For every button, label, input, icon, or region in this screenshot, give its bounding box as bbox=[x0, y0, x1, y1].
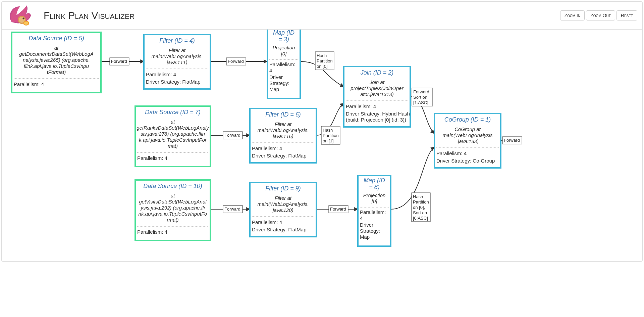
svg-text:ator.java:1313): ator.java:1313) bbox=[360, 91, 394, 97]
svg-text:main(WebLogAnalysis.: main(WebLogAnalysis. bbox=[257, 201, 309, 207]
svg-text:ysis.java:292) (org.apache.fli: ysis.java:292) (org.apache.fli bbox=[141, 205, 205, 211]
svg-text:Map (ID: Map (ID bbox=[273, 30, 294, 36]
svg-text:CoGroup (ID = 1): CoGroup (ID = 1) bbox=[444, 116, 491, 123]
svg-text:Forward: Forward bbox=[228, 59, 244, 64]
svg-text:Forward,: Forward, bbox=[413, 89, 430, 94]
node-join-2[interactable]: Join (ID = 2) Join at projectTupleX(Join… bbox=[344, 66, 410, 127]
svg-text:k.api.java.io.TupleCsvInputFor: k.api.java.io.TupleCsvInputFor bbox=[139, 137, 207, 143]
svg-text:Parallelism: 4: Parallelism: 4 bbox=[137, 155, 167, 161]
svg-text:java:111): java:111) bbox=[166, 59, 187, 65]
node-filter-4[interactable]: Filter (ID = 4) Filter at main(WebLogAna… bbox=[144, 35, 210, 89]
svg-text:4: 4 bbox=[360, 215, 363, 221]
svg-text:nalysis.java:265) (org.apache.: nalysis.java:265) (org.apache. bbox=[23, 57, 90, 63]
svg-text:Hash: Hash bbox=[317, 53, 327, 58]
svg-text:Parallelism: 4: Parallelism: 4 bbox=[252, 145, 282, 151]
svg-text:Forward: Forward bbox=[111, 59, 127, 64]
svg-text:Parallelism: 4: Parallelism: 4 bbox=[346, 103, 376, 109]
node-filter-6[interactable]: Filter (ID = 6) Filter at main(WebLogAna… bbox=[250, 108, 316, 163]
node-map-3[interactable]: Map (ID = 3) Projection [0] Parallelism:… bbox=[267, 30, 300, 98]
svg-text:CoGroup at: CoGroup at bbox=[454, 126, 481, 132]
svg-text:on [0]: on [0] bbox=[317, 64, 328, 69]
svg-text:at: at bbox=[54, 45, 59, 51]
svg-text:Sort on: Sort on bbox=[413, 210, 427, 215]
svg-text:Projection: Projection bbox=[363, 192, 386, 198]
node-filter-9[interactable]: Filter (ID = 9) Filter at main(WebLogAna… bbox=[250, 182, 316, 237]
edge-label-8-1: Hash Partition on [0], Sort on [0:ASC] bbox=[412, 193, 430, 222]
svg-text:flink.api.java.io.TupleCsvInpu: flink.api.java.io.TupleCsvInpu bbox=[24, 63, 89, 69]
svg-text:Join (ID = 2): Join (ID = 2) bbox=[360, 69, 394, 76]
header: Flink Plan Visualizer Zoom In Zoom Out R… bbox=[2, 2, 642, 30]
svg-text:main(WebLogAnalysis.: main(WebLogAnalysis. bbox=[257, 127, 309, 133]
svg-text:java:120): java:120) bbox=[272, 207, 293, 213]
edge-label-5-4: Forward bbox=[110, 58, 129, 65]
svg-text:Parallelism: 4: Parallelism: 4 bbox=[436, 150, 467, 156]
node-data-source-5[interactable]: Data Source (ID = 5) at getDocumentsData… bbox=[12, 32, 101, 93]
edge-label-6-2: Hash Partition on [1] bbox=[321, 126, 340, 144]
svg-text:[0]: [0] bbox=[371, 198, 378, 204]
svg-text:Driver Strategy: Hybrid Hash: Driver Strategy: Hybrid Hash bbox=[346, 111, 410, 117]
app-panel: Flink Plan Visualizer Zoom In Zoom Out R… bbox=[1, 1, 643, 262]
svg-text:Map: Map bbox=[360, 234, 370, 240]
svg-point-4 bbox=[23, 18, 24, 19]
svg-text:at: at bbox=[171, 119, 175, 125]
svg-text:Hash: Hash bbox=[323, 128, 333, 133]
svg-text:[0]: [0] bbox=[281, 51, 287, 56]
svg-text:Filter (ID = 4): Filter (ID = 4) bbox=[159, 37, 195, 44]
svg-text:= 8): = 8) bbox=[369, 184, 380, 190]
svg-text:Partition: Partition bbox=[323, 133, 339, 138]
svg-text:java:116): java:116) bbox=[272, 133, 293, 139]
svg-text:Parallelism:: Parallelism: bbox=[269, 61, 296, 67]
svg-text:Partition: Partition bbox=[317, 58, 333, 63]
svg-point-3 bbox=[24, 22, 28, 25]
svg-text:mat): mat) bbox=[168, 143, 178, 149]
plan-svg[interactable]: Forward Forward Hash Partition on [0] Fo… bbox=[2, 30, 642, 261]
svg-text:Data Source (ID = 7): Data Source (ID = 7) bbox=[145, 109, 201, 116]
edge-label-7-6: Forward bbox=[223, 132, 243, 139]
zoom-out-button[interactable]: Zoom Out bbox=[586, 10, 615, 20]
svg-text:Parallelism:: Parallelism: bbox=[360, 209, 386, 215]
svg-text:getDocumentsDataSet(WebLogA: getDocumentsDataSet(WebLogA bbox=[19, 51, 94, 57]
svg-text:sis.java:278) (org.apache.flin: sis.java:278) (org.apache.flin bbox=[141, 131, 205, 137]
svg-text:4: 4 bbox=[269, 67, 272, 73]
svg-text:tFormat): tFormat) bbox=[47, 69, 66, 75]
svg-text:Driver: Driver bbox=[269, 74, 283, 80]
edge-label-10-9: Forward bbox=[223, 206, 243, 213]
edge-label-4-3: Forward bbox=[226, 58, 246, 65]
svg-text:Driver Strategy: Co-Group: Driver Strategy: Co-Group bbox=[436, 158, 495, 164]
svg-text:getRanksDataSet(WebLogAnaly: getRanksDataSet(WebLogAnaly bbox=[137, 125, 209, 131]
edge-label-1-out: Forward bbox=[502, 137, 522, 144]
svg-text:Strategy:: Strategy: bbox=[269, 80, 289, 86]
svg-text:Map (ID: Map (ID bbox=[364, 177, 385, 184]
node-map-8[interactable]: Map (ID = 8) Projection [0] Parallelism:… bbox=[358, 176, 391, 246]
svg-text:Data Source (ID = 5): Data Source (ID = 5) bbox=[29, 35, 84, 42]
svg-text:Parallelism: 4: Parallelism: 4 bbox=[14, 81, 44, 87]
reset-button[interactable]: Reset bbox=[616, 10, 637, 20]
svg-text:Partition: Partition bbox=[413, 199, 429, 205]
page-title: Flink Plan Visualizer bbox=[44, 10, 559, 21]
node-data-source-7[interactable]: Data Source (ID = 7) at getRanksDataSet(… bbox=[135, 106, 210, 167]
svg-text:Strategy:: Strategy: bbox=[360, 228, 380, 234]
edge-label-3-2: Hash Partition on [0] bbox=[315, 52, 334, 70]
svg-text:nk.api.java.io.TupleCsvInputFo: nk.api.java.io.TupleCsvInputFo bbox=[139, 211, 207, 217]
svg-text:projectTupleX(JoinOper: projectTupleX(JoinOper bbox=[350, 85, 404, 91]
svg-text:Driver: Driver bbox=[360, 222, 373, 228]
svg-text:Forward: Forward bbox=[224, 207, 240, 212]
svg-text:Hash: Hash bbox=[413, 194, 423, 199]
svg-text:Forward: Forward bbox=[504, 138, 520, 143]
node-data-source-10[interactable]: Data Source (ID = 10) at getVisitsDataSe… bbox=[135, 180, 210, 240]
svg-text:Projection: Projection bbox=[273, 45, 295, 50]
svg-text:getVisitsDataSet(WebLogAnal: getVisitsDataSet(WebLogAnal bbox=[139, 199, 207, 205]
svg-text:on [0],: on [0], bbox=[413, 205, 425, 210]
node-cogroup-1[interactable]: CoGroup (ID = 1) CoGroup at main(WebLogA… bbox=[434, 114, 501, 168]
svg-text:Sort on: Sort on bbox=[413, 95, 427, 100]
svg-text:Parallelism: 4: Parallelism: 4 bbox=[146, 72, 176, 77]
svg-text:Filter (ID = 9): Filter (ID = 9) bbox=[265, 185, 301, 192]
svg-text:Filter at: Filter at bbox=[169, 47, 186, 53]
svg-text:Parallelism: 4: Parallelism: 4 bbox=[137, 229, 167, 235]
svg-text:Filter at: Filter at bbox=[275, 195, 292, 201]
svg-text:Filter at: Filter at bbox=[275, 121, 292, 127]
zoom-in-button[interactable]: Zoom In bbox=[560, 10, 585, 20]
svg-text:Data Source (ID = 10): Data Source (ID = 10) bbox=[143, 183, 202, 189]
svg-text:on [1]: on [1] bbox=[323, 138, 334, 143]
canvas[interactable]: Forward Forward Hash Partition on [0] Fo… bbox=[2, 30, 642, 261]
